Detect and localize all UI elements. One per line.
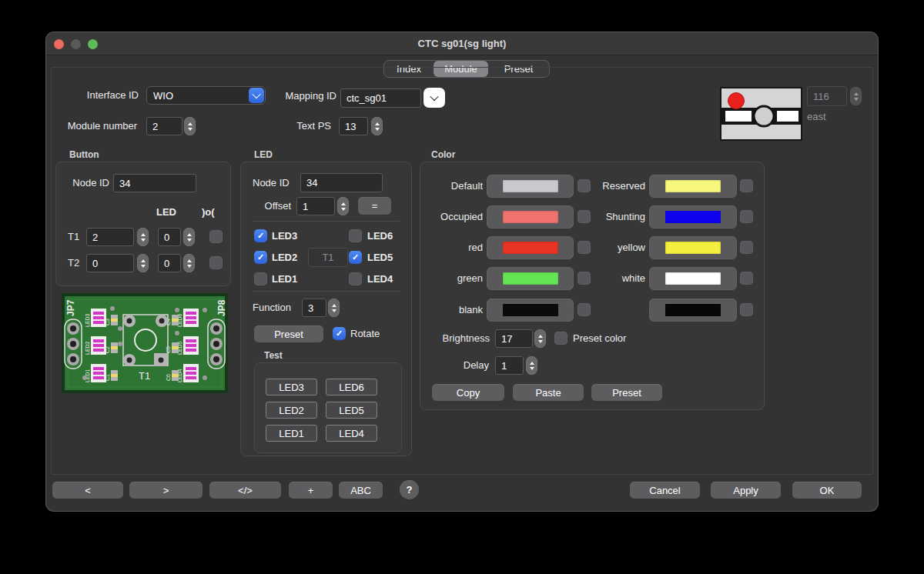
button-t1-led-input[interactable]: 0 xyxy=(158,228,181,246)
test-led2-button[interactable]: LED2 xyxy=(266,402,317,419)
next-button[interactable]: > xyxy=(129,482,203,499)
led3-checkbox[interactable] xyxy=(254,229,267,242)
stepper-down-icon[interactable] xyxy=(854,98,859,101)
button-t1-led-stepper[interactable] xyxy=(183,228,195,246)
rotate-checkbox[interactable] xyxy=(333,327,346,340)
button-t1-stepper[interactable] xyxy=(137,228,149,246)
color-preset-button[interactable]: Preset xyxy=(591,384,662,401)
led-node-id-label: Node ID xyxy=(253,174,290,192)
button-t2-stepper[interactable] xyxy=(137,254,149,272)
mapping-id-input[interactable]: ctc_sg01 xyxy=(340,88,421,108)
delay-input[interactable]: 1 xyxy=(495,356,524,375)
text-ps-input[interactable]: 13 xyxy=(339,117,368,135)
reserved-color-swatch[interactable] xyxy=(649,175,737,198)
offset-input[interactable]: 1 xyxy=(296,197,335,215)
paste-button[interactable]: Paste xyxy=(513,384,584,401)
led-preset-button[interactable]: Preset xyxy=(254,325,323,342)
test-led1-button[interactable]: LED1 xyxy=(266,425,317,442)
button-t1-input[interactable]: 2 xyxy=(86,228,134,246)
code-button[interactable]: </> xyxy=(209,482,281,499)
stepper-up-icon[interactable] xyxy=(530,362,534,365)
brightness-stepper[interactable] xyxy=(534,329,546,348)
white-color-swatch[interactable] xyxy=(649,267,737,290)
button-t2-checkbox[interactable] xyxy=(209,256,223,269)
stepper-down-icon[interactable] xyxy=(188,128,192,131)
stepper-up-icon[interactable] xyxy=(332,304,336,307)
preset-color-checkbox[interactable] xyxy=(554,332,567,345)
led6-checkbox[interactable] xyxy=(349,229,362,242)
stepper-down-icon[interactable] xyxy=(332,309,336,312)
yellow-color-swatch[interactable] xyxy=(649,236,737,259)
led1-checkbox[interactable] xyxy=(254,272,267,285)
add-button[interactable]: + xyxy=(289,482,333,499)
stepper-down-icon[interactable] xyxy=(187,265,192,268)
red-color-swatch[interactable] xyxy=(487,236,574,259)
mapping-id-dropdown-button[interactable] xyxy=(424,88,445,108)
pcb-cap-label: C6 xyxy=(166,374,171,381)
shunting-color-swatch[interactable] xyxy=(649,205,737,229)
stepper-up-icon[interactable] xyxy=(538,335,543,338)
delay-stepper[interactable] xyxy=(526,356,537,375)
extra-color-swatch[interactable] xyxy=(649,299,737,322)
preset-color-label: Preset color xyxy=(573,329,626,348)
color-label: red xyxy=(406,239,483,257)
ok-button[interactable]: OK xyxy=(792,482,862,499)
prev-button[interactable]: < xyxy=(52,482,123,499)
test-led3-button[interactable]: LED3 xyxy=(266,379,317,395)
function-input[interactable]: 3 xyxy=(302,299,326,317)
stepper-down-icon[interactable] xyxy=(141,239,146,242)
brightness-input[interactable]: 17 xyxy=(495,329,533,348)
stepper-up-icon[interactable] xyxy=(141,259,146,262)
test-led5-button[interactable]: LED5 xyxy=(326,402,377,419)
stepper-down-icon[interactable] xyxy=(530,367,534,370)
extra-color-checkbox[interactable] xyxy=(740,303,753,316)
module-number-input[interactable]: 2 xyxy=(146,117,182,135)
button-t1-checkbox[interactable] xyxy=(209,230,223,243)
occupied-color-swatch[interactable] xyxy=(487,205,574,229)
abc-button[interactable]: ABC xyxy=(339,482,383,499)
button-node-id-input[interactable]: 34 xyxy=(113,174,196,192)
button-t2-led-input[interactable]: 0 xyxy=(158,254,181,272)
stepper-down-icon[interactable] xyxy=(187,239,192,242)
stepper-down-icon[interactable] xyxy=(141,265,146,268)
stepper-down-icon[interactable] xyxy=(538,340,543,343)
led4-checkbox[interactable] xyxy=(349,272,362,285)
button-t2-input[interactable]: 0 xyxy=(86,254,134,272)
test-led6-button[interactable]: LED6 xyxy=(326,379,377,395)
stepper-down-icon[interactable] xyxy=(375,128,380,131)
stepper-up-icon[interactable] xyxy=(187,233,192,236)
text-ps-stepper[interactable] xyxy=(371,117,383,135)
brightness-value: 17 xyxy=(501,333,512,345)
function-stepper[interactable] xyxy=(328,299,340,317)
stepper-up-icon[interactable] xyxy=(854,92,859,95)
copy-button[interactable]: Copy xyxy=(432,384,504,401)
stepper-up-icon[interactable] xyxy=(187,259,192,262)
led5-checkbox[interactable] xyxy=(349,251,362,264)
button-t2-led-stepper[interactable] xyxy=(183,254,195,272)
reserved-color-checkbox[interactable] xyxy=(740,179,753,192)
blank-color-checkbox[interactable] xyxy=(578,303,591,316)
test-led4-button[interactable]: LED4 xyxy=(326,425,377,442)
stepper-up-icon[interactable] xyxy=(341,202,346,205)
module-number-stepper[interactable] xyxy=(184,117,196,135)
signal-number-stepper[interactable] xyxy=(850,87,862,105)
cancel-button[interactable]: Cancel xyxy=(630,482,700,499)
help-button[interactable]: ? xyxy=(400,480,419,499)
blank-color-swatch[interactable] xyxy=(487,299,574,322)
white-color-checkbox[interactable] xyxy=(740,272,753,285)
offset-stepper[interactable] xyxy=(337,197,349,215)
led-node-id-input[interactable]: 34 xyxy=(300,173,383,192)
apply-button[interactable]: Apply xyxy=(711,482,781,499)
default-color-swatch[interactable] xyxy=(487,175,574,198)
stepper-down-icon[interactable] xyxy=(341,208,346,211)
interface-id-select[interactable]: WIO xyxy=(146,86,266,105)
signal-number-input[interactable]: 116 xyxy=(807,86,847,106)
stepper-up-icon[interactable] xyxy=(188,122,192,125)
stepper-up-icon[interactable] xyxy=(375,122,380,125)
yellow-color-checkbox[interactable] xyxy=(740,241,753,254)
shunting-color-checkbox[interactable] xyxy=(740,210,753,223)
stepper-up-icon[interactable] xyxy=(141,233,146,236)
equals-button[interactable]: = xyxy=(358,197,391,215)
green-color-swatch[interactable] xyxy=(487,267,574,290)
led2-checkbox[interactable] xyxy=(254,251,267,264)
